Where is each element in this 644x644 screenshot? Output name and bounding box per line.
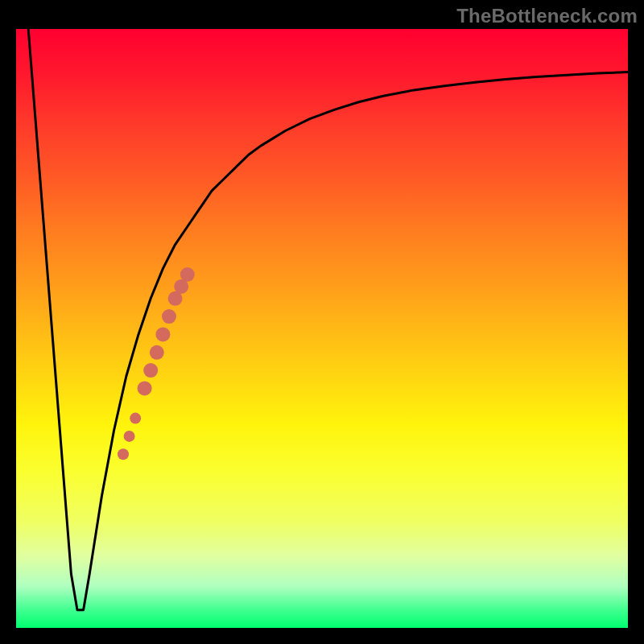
data-point (155, 327, 170, 341)
chart-frame: TheBottleneck.com (0, 0, 644, 644)
main-curve (28, 29, 628, 610)
data-point (162, 309, 176, 324)
data-point (143, 363, 158, 378)
data-point (150, 345, 164, 360)
plot-svg (16, 29, 628, 628)
data-point (130, 413, 141, 424)
plot-area (16, 29, 628, 628)
data-point (124, 431, 135, 442)
data-point (118, 448, 129, 460)
watermark-text: TheBottleneck.com (456, 5, 638, 27)
data-point (138, 381, 152, 395)
data-point (180, 267, 195, 282)
